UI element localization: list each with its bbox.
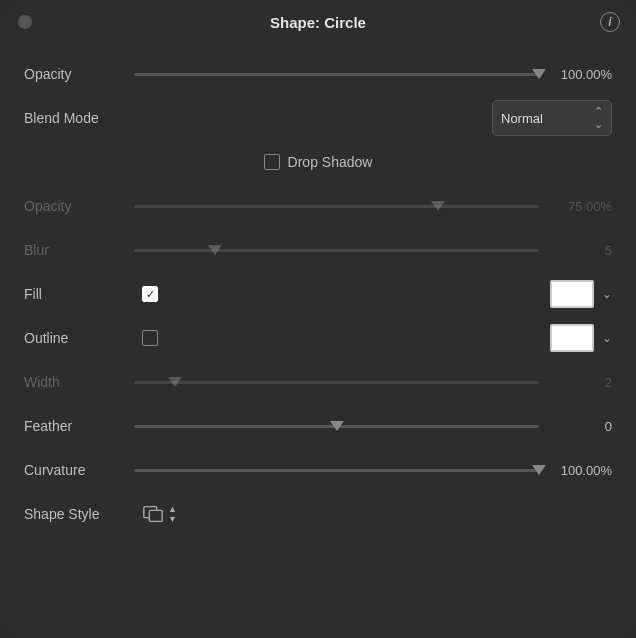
blur-label: Blur — [24, 242, 134, 258]
shape-style-label: Shape Style — [24, 506, 134, 522]
shadow-opacity-slider-thumb[interactable] — [431, 201, 445, 211]
blur-row: Blur 5 — [24, 228, 612, 272]
outline-checkbox[interactable] — [142, 330, 158, 346]
feather-value: 0 — [547, 419, 612, 434]
title-bar: Shape: Circle i — [0, 0, 636, 44]
shape-style-row: Shape Style ▲ ▼ — [24, 492, 612, 536]
opacity-slider-thumb[interactable] — [532, 69, 546, 79]
blend-mode-chevron-icon: ⌃⌄ — [594, 105, 603, 131]
outline-dropdown-icon[interactable]: ⌄ — [602, 331, 612, 345]
fill-row: Fill ⌄ — [24, 272, 612, 316]
fill-label: Fill — [24, 286, 134, 302]
drop-shadow-checkbox[interactable] — [264, 154, 280, 170]
width-value: 2 — [547, 375, 612, 390]
shadow-opacity-label: Opacity — [24, 198, 134, 214]
curvature-label: Curvature — [24, 462, 134, 478]
feather-slider-area: 0 — [134, 419, 612, 434]
window: Shape: Circle i Opacity 100.00% Blend Mo… — [0, 0, 636, 638]
fill-controls: ⌄ — [550, 280, 612, 308]
shape-style-down-icon: ▼ — [168, 515, 177, 524]
shadow-opacity-value: 75.00% — [547, 199, 612, 214]
drop-shadow-checkbox-label[interactable]: Drop Shadow — [264, 154, 373, 170]
shape-style-icon — [142, 503, 164, 525]
window-title: Shape: Circle — [270, 14, 366, 31]
outline-color-box[interactable] — [550, 324, 594, 352]
blend-mode-select[interactable]: Normal ⌃⌄ — [492, 100, 612, 136]
width-label: Width — [24, 374, 134, 390]
outline-row: Outline ⌄ — [24, 316, 612, 360]
shadow-opacity-row: Opacity 75.00% — [24, 184, 612, 228]
blur-slider-thumb[interactable] — [208, 245, 222, 255]
feather-row: Feather 0 — [24, 404, 612, 448]
shape-style-control[interactable]: ▲ ▼ — [142, 503, 177, 525]
outline-checkbox-label[interactable] — [142, 330, 158, 346]
fill-color-box[interactable] — [550, 280, 594, 308]
outline-controls: ⌄ — [550, 324, 612, 352]
properties-panel: Opacity 100.00% Blend Mode Normal ⌃⌄ Dro… — [0, 44, 636, 638]
traffic-light-button[interactable] — [18, 15, 32, 29]
curvature-row: Curvature 100.00% — [24, 448, 612, 492]
svg-rect-1 — [149, 510, 162, 521]
curvature-slider-thumb[interactable] — [532, 465, 546, 475]
opacity-label: Opacity — [24, 66, 134, 82]
feather-label: Feather — [24, 418, 134, 434]
curvature-slider-track[interactable] — [134, 469, 539, 472]
shape-style-up-icon: ▲ — [168, 505, 177, 514]
blur-slider-track[interactable] — [134, 249, 539, 252]
feather-slider-track[interactable] — [134, 425, 539, 428]
opacity-slider-area: 100.00% — [134, 67, 612, 82]
outline-label: Outline — [24, 330, 134, 346]
blend-mode-row: Blend Mode Normal ⌃⌄ — [24, 96, 612, 140]
width-row: Width 2 — [24, 360, 612, 404]
curvature-value: 100.00% — [547, 463, 612, 478]
drop-shadow-row: Drop Shadow — [24, 140, 612, 184]
blur-value: 5 — [547, 243, 612, 258]
opacity-slider-track[interactable] — [134, 73, 539, 76]
blend-mode-label: Blend Mode — [24, 110, 134, 126]
opacity-row: Opacity 100.00% — [24, 52, 612, 96]
opacity-value: 100.00% — [547, 67, 612, 82]
drop-shadow-label: Drop Shadow — [288, 154, 373, 170]
shadow-opacity-slider-track[interactable] — [134, 205, 539, 208]
shadow-opacity-slider-area: 75.00% — [134, 199, 612, 214]
width-slider-area: 2 — [134, 375, 612, 390]
info-button[interactable]: i — [600, 12, 620, 32]
fill-dropdown-icon[interactable]: ⌄ — [602, 287, 612, 301]
fill-checkbox[interactable] — [142, 286, 158, 302]
fill-checkbox-label[interactable] — [142, 286, 158, 302]
blend-mode-value: Normal — [501, 111, 543, 126]
width-slider-track[interactable] — [134, 381, 539, 384]
feather-slider-thumb[interactable] — [330, 421, 344, 431]
blur-slider-area: 5 — [134, 243, 612, 258]
curvature-slider-area: 100.00% — [134, 463, 612, 478]
width-slider-thumb[interactable] — [168, 377, 182, 387]
